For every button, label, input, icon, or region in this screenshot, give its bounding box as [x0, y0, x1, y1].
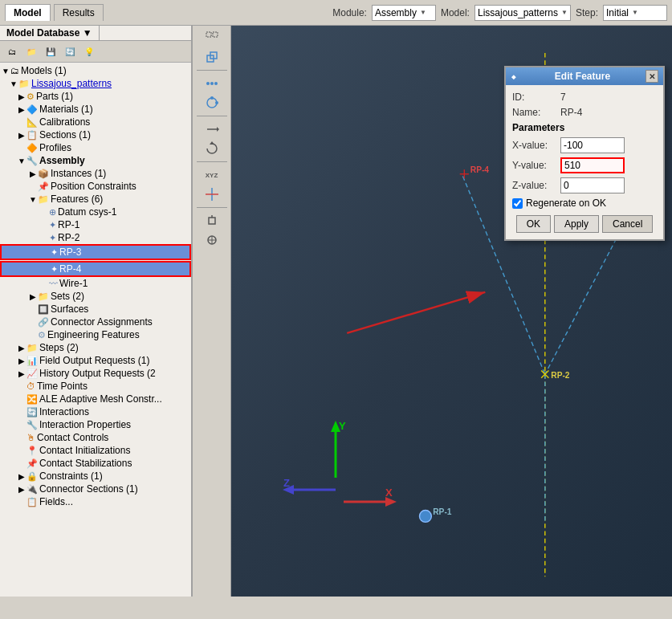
model-label: Model: [441, 7, 470, 18]
dialog-z-input[interactable] [560, 177, 625, 193]
tree-materials[interactable]: ▶ 🔷 Materials (1) [0, 103, 191, 116]
dialog-name-label: Name: [512, 107, 560, 118]
dialog-y-label: Y-value: [512, 160, 560, 171]
step-dropdown-arrow: ▼ [632, 9, 638, 16]
svg-text:RP-4: RP-4 [470, 165, 490, 174]
step-dropdown[interactable]: Initial ▼ [603, 5, 667, 21]
tree-history-output[interactable]: ▶ 📈 History Output Requests (2 [0, 367, 191, 380]
tree-wire1[interactable]: 〰 Wire-1 [0, 277, 191, 290]
vt-instance-tool[interactable] [196, 48, 228, 66]
tree-models[interactable]: ▼ 🗂 Models (1) [0, 64, 191, 77]
tree-rp4[interactable]: ✦ RP-4 [0, 261, 191, 277]
tb-icon-1[interactable]: 🗂 [3, 43, 21, 60]
vt-rotate[interactable] [196, 140, 228, 157]
expand-instances[interactable]: ▶ [29, 169, 37, 178]
expand-constraints[interactable]: ▶ [18, 472, 26, 481]
tree-rp3[interactable]: ✦ RP-3 [0, 244, 191, 260]
tree-fields[interactable]: 📋 Fields... [0, 495, 191, 508]
svg-text:RP-2: RP-2 [551, 371, 570, 380]
tree-connector-assignments[interactable]: 🔗 Connector Assignments [0, 316, 191, 328]
tree-ale-mesh[interactable]: 🔀 ALE Adaptive Mesh Constr... [0, 393, 191, 405]
tree-interactions[interactable]: 🔄 Interactions [0, 405, 191, 418]
tree-profiles[interactable]: 🔶 Profiles [0, 141, 191, 154]
module-dropdown[interactable]: Assembly ▼ [372, 5, 436, 21]
model-dropdown[interactable]: Lissajous_patterns ▼ [474, 5, 571, 21]
dialog-ok-button[interactable]: OK [516, 215, 551, 233]
edit-feature-dialog: ⬥ Edit Feature ✕ ID: 7 Name: RP-4 Parame… [504, 66, 665, 241]
svg-point-8 [210, 96, 214, 100]
dialog-y-row: Y-value: [512, 157, 657, 173]
model-db-tab[interactable]: Model Database ▼ [0, 26, 100, 40]
dialog-x-input[interactable] [560, 137, 625, 153]
vt-rp[interactable] [196, 212, 228, 230]
dialog-close-button[interactable]: ✕ [646, 70, 658, 83]
tree-field-output[interactable]: ▶ 📊 Field Output Requests (1) [0, 354, 191, 367]
tree-time-points[interactable]: ⏱ Time Points [0, 380, 191, 393]
tree-connector-sections[interactable]: ▶ 🔌 Connector Sections (1) [0, 483, 191, 495]
vt-datum[interactable] [196, 185, 228, 203]
tree-steps[interactable]: ▶ 📁 Steps (2) [0, 341, 191, 354]
tree-features[interactable]: ▼ 📁 Features (6) [0, 193, 191, 206]
tree-rp2[interactable]: ✦ RP-2 [0, 231, 191, 244]
tree-contact-controls[interactable]: 🖱 Contact Controls [0, 431, 191, 444]
svg-point-6 [214, 82, 218, 85]
results-tab[interactable]: Results [54, 4, 104, 21]
svg-point-9 [215, 101, 218, 104]
dialog-params-label: Parameters [512, 122, 657, 133]
dialog-name-row: Name: RP-4 [512, 107, 657, 118]
dialog-title-icon: ⬥ [511, 71, 516, 82]
expand-steps[interactable]: ▶ [18, 344, 26, 352]
vt-linear-pattern[interactable] [196, 75, 228, 92]
tree-instances[interactable]: ▶ 📦 Instances (1) [0, 167, 191, 180]
dialog-y-input[interactable] [560, 157, 625, 173]
vt-translate[interactable] [196, 120, 228, 138]
expand-history-output[interactable]: ▶ [18, 369, 26, 378]
tree-datum-csys[interactable]: ⊕ Datum csys-1 [0, 206, 191, 218]
tree-constraints[interactable]: ▶ 🔒 Constraints (1) [0, 470, 191, 483]
svg-marker-12 [210, 141, 214, 145]
dialog-regenerate-checkbox[interactable] [512, 198, 523, 209]
tree-calibrations[interactable]: 📐 Calibrations [0, 116, 191, 128]
tree-assembly[interactable]: ▼ 🔧 Assembly [0, 154, 191, 167]
expand-assembly[interactable]: ▼ [18, 157, 26, 165]
tree-rp1[interactable]: ✦ RP-1 [0, 218, 191, 231]
dialog-x-row: X-value: [512, 137, 657, 153]
svg-line-35 [347, 292, 485, 333]
tree-parts[interactable]: ▶ ⚙ Parts (1) [0, 90, 191, 103]
svg-text:Y: Y [339, 420, 346, 432]
expand-lissajous[interactable]: ▼ [10, 79, 18, 88]
expand-models[interactable]: ▼ [2, 67, 10, 75]
expand-features[interactable]: ▼ [29, 195, 37, 204]
3d-viewport[interactable]: RP-4 RP-3 RP-2 RP-1 [231, 26, 672, 597]
tree-contact-init[interactable]: 📍 Contact Initializations [0, 444, 191, 457]
model-tab[interactable]: Model [5, 4, 51, 21]
tb-icon-5[interactable]: 💡 [80, 43, 98, 60]
tree-sets[interactable]: ▶ 📁 Sets (2) [0, 290, 191, 303]
dialog-name-value: RP-4 [560, 107, 582, 118]
dialog-apply-button[interactable]: Apply [554, 215, 599, 233]
expand-sets[interactable]: ▶ [29, 292, 37, 301]
tree-surfaces[interactable]: 🔲 Surfaces [0, 303, 191, 316]
tb-icon-4[interactable]: 🔄 [61, 43, 79, 60]
tb-icon-2[interactable]: 📁 [22, 43, 40, 60]
dialog-titlebar: ⬥ Edit Feature ✕ [506, 67, 663, 85]
svg-text:Z: Z [283, 477, 290, 489]
expand-sections[interactable]: ▶ [18, 131, 26, 140]
tree-lissajous[interactable]: ▼ 📁 Lissajous_patterns [0, 77, 191, 90]
vt-rp2[interactable] [196, 231, 228, 249]
tree-contact-stab[interactable]: 📌 Contact Stabilizations [0, 457, 191, 470]
vt-radial-pattern[interactable] [196, 94, 228, 112]
expand-field-output[interactable]: ▶ [18, 356, 26, 365]
tree-sections[interactable]: ▶ 📋 Sections (1) [0, 128, 191, 141]
tree-interaction-props[interactable]: 🔧 Interaction Properties [0, 418, 191, 431]
expand-materials[interactable]: ▶ [18, 105, 26, 114]
tb-icon-3[interactable]: 💾 [42, 43, 59, 60]
dialog-buttons: OK Apply Cancel [512, 215, 657, 233]
tree-engineering-features[interactable]: ⚙ Engineering Features [0, 328, 191, 341]
vt-select-tool[interactable] [196, 29, 228, 47]
dialog-cancel-button[interactable]: Cancel [602, 215, 653, 233]
vt-xyz[interactable]: XYZ [196, 166, 228, 184]
expand-parts[interactable]: ▶ [18, 92, 26, 101]
expand-connector-sections[interactable]: ▶ [18, 485, 26, 494]
tree-position-constraints[interactable]: 📌 Position Constraints [0, 180, 191, 193]
